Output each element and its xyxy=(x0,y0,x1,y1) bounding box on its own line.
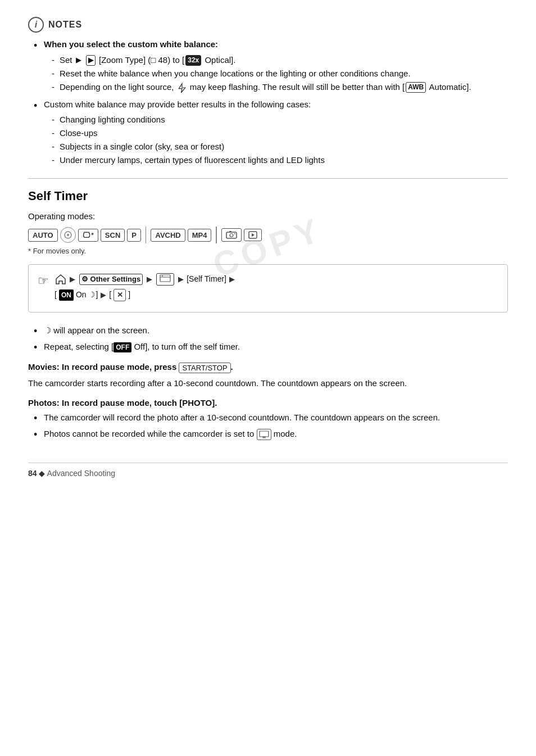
notes-subitem-1: Set ▶ ▶ [Zoom Type] (□ 48) to [32x Optic… xyxy=(49,53,508,67)
notes-item-1-bold: When you select the custom white balance… xyxy=(44,39,218,49)
section-divider xyxy=(28,178,508,179)
x-badge: ✕ xyxy=(113,289,126,301)
notes-subitem-6: Subjects in a single color (sky, sea or … xyxy=(49,140,508,153)
arrow-2: ▶ xyxy=(147,273,152,286)
mode-p: P xyxy=(127,229,141,242)
32x-icon: 32x xyxy=(185,55,201,66)
svg-rect-11 xyxy=(260,431,269,437)
camera-icon xyxy=(226,230,237,239)
svg-point-1 xyxy=(67,234,69,236)
svg-rect-5 xyxy=(234,233,235,234)
svg-point-10 xyxy=(162,275,163,277)
notes-item-2-subitems: Changing lighting conditions Close-ups S… xyxy=(44,113,508,167)
screen-mode-icon xyxy=(257,429,271,440)
arrow-4: ▶ xyxy=(229,273,235,286)
self-timer-title: Self Timer xyxy=(28,189,508,203)
notes-subitem-5: Close-ups xyxy=(49,126,508,140)
footer-subtitle: Advanced Shooting xyxy=(47,469,115,478)
start-stop-btn: START/STOP xyxy=(179,363,230,373)
notes-subitem-3: Depending on the light source, may keep … xyxy=(49,80,508,94)
photos-bullet-1: The camcorder will record the photo afte… xyxy=(34,411,508,424)
awb-icon: AWB xyxy=(406,82,426,93)
notes-title: NOTES xyxy=(48,20,82,30)
svg-rect-4 xyxy=(229,231,231,232)
timer-bullet-2: Repeat, selecting [OFF Off], to turn off… xyxy=(34,340,508,353)
movies-heading: Movies: In record pause mode, press STAR… xyxy=(28,362,508,373)
settings-arrow-icon: ▶ xyxy=(76,55,81,66)
footer-bullet: ◆ xyxy=(39,469,45,478)
movies-body: The camcorder starts recording after a 1… xyxy=(28,377,508,390)
notes-list: When you select the custom white balance… xyxy=(28,38,508,167)
timer-bullets: ☽ will appear on the screen. Repeat, sel… xyxy=(28,324,508,354)
hand-icon: ☞ xyxy=(38,274,49,288)
self-timer-section: Self Timer Operating modes: AUTO 🖵* SCN … xyxy=(28,189,508,440)
page-number: 84 xyxy=(28,469,37,478)
bullet-section-1: ☽ will appear on the screen. Repeat, sel… xyxy=(28,324,508,354)
info-icon: i xyxy=(28,17,44,33)
self-timer-label: [Self Timer] xyxy=(187,273,226,286)
step-row-1: ▶ ⚙ Other Settings ▶ ▶ [Self Timer] ▶ xyxy=(54,273,498,286)
mode-circle-icon xyxy=(60,227,76,243)
flash-icon xyxy=(176,83,188,93)
svg-point-3 xyxy=(230,234,233,237)
mode-separator-2 xyxy=(216,227,217,243)
svg-marker-7 xyxy=(252,233,255,237)
mode-separator-1 xyxy=(146,227,147,243)
circle-mode-icon xyxy=(63,230,72,239)
arrow-5: ▶ xyxy=(101,289,106,301)
off-badge: OFF xyxy=(113,342,131,353)
play-icon xyxy=(248,231,257,239)
mode-avchd: AVCHD xyxy=(151,229,185,242)
notes-header: i NOTES xyxy=(28,17,508,33)
notes-section: i NOTES When you select the custom white… xyxy=(28,17,508,167)
zoom-type-icon: ▶ xyxy=(86,55,96,66)
notes-item-1-subitems: Set ▶ ▶ [Zoom Type] (□ 48) to [32x Optic… xyxy=(44,53,508,94)
mode-camera xyxy=(221,228,242,242)
notes-item-2-text: Custom white balance may provide better … xyxy=(44,99,311,109)
mode-auto: AUTO xyxy=(28,229,58,242)
mode-screen: 🖵* xyxy=(78,229,98,242)
timer-bullet-1: ☽ will appear on the screen. xyxy=(34,324,508,337)
footnote: * For movies only. xyxy=(28,247,508,255)
arrow-3: ▶ xyxy=(178,273,184,286)
operating-modes-label: Operating modes: xyxy=(28,211,508,221)
mode-bar: AUTO 🖵* SCN P AVCHD MP4 xyxy=(28,227,508,243)
on-badge: ON xyxy=(59,289,74,301)
notes-subitem-4: Changing lighting conditions xyxy=(49,113,508,126)
menu-tab-icon xyxy=(156,273,174,286)
page-footer: 84 ◆ Advanced Shooting xyxy=(28,463,508,478)
tab-icon xyxy=(160,274,171,282)
home-icon xyxy=(54,273,67,286)
svg-rect-8 xyxy=(160,275,170,282)
page-content: COPY i NOTES When you select the custom … xyxy=(28,17,508,478)
screen-icon-small xyxy=(259,431,269,438)
footnote-text: * For movies only. xyxy=(28,247,86,255)
instruction-content: ▶ ⚙ Other Settings ▶ ▶ [Self Timer] ▶ xyxy=(54,273,498,304)
screen-icon: 🖵 xyxy=(83,231,90,239)
photos-bullet-2: Photos cannot be recorded while the camc… xyxy=(34,427,508,440)
step-row-2: [ON On ☽] ▶ [✕] xyxy=(54,288,498,302)
instruction-box: ☞ ▶ ⚙ Other Settings ▶ xyxy=(28,264,508,313)
on-label: On ☽] xyxy=(76,288,98,302)
photos-bullets: The camcorder will record the photo afte… xyxy=(28,411,508,441)
notes-item-1: When you select the custom white balance… xyxy=(34,38,508,94)
arrow-1: ▶ xyxy=(70,273,75,286)
notes-item-2: Custom white balance may provide better … xyxy=(34,98,508,168)
mode-play xyxy=(244,229,262,241)
mode-mp4: MP4 xyxy=(188,229,212,242)
notes-subitem-7: Under mercury lamps, certain types of fl… xyxy=(49,153,508,167)
photos-heading: Photos: In record pause mode, touch [PHO… xyxy=(28,398,508,408)
svg-rect-2 xyxy=(226,232,237,238)
photos-bullet-list: The camcorder will record the photo afte… xyxy=(28,411,508,441)
notes-subitem-2: Reset the white balance when you change … xyxy=(49,67,508,80)
mode-scn: SCN xyxy=(101,229,125,242)
settings-icon: ⚙ Other Settings xyxy=(79,274,143,285)
